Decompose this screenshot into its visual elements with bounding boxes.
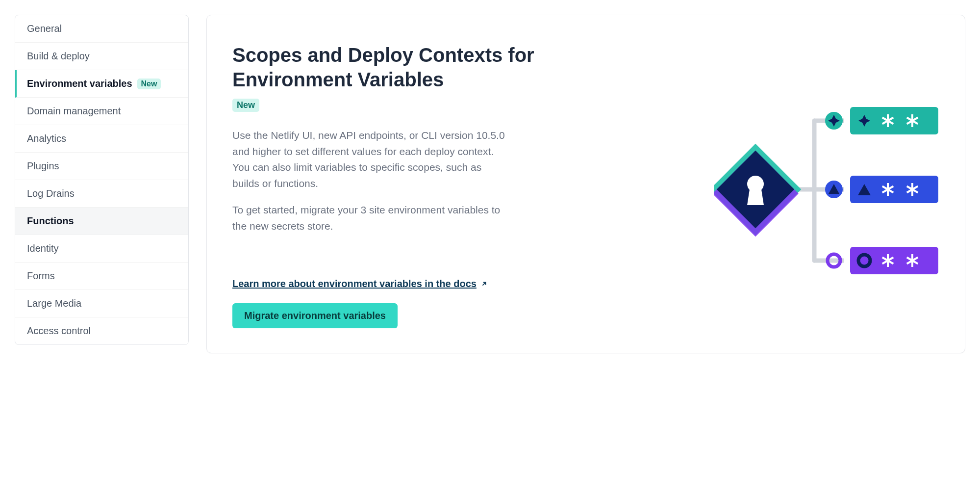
external-link-icon [480,280,488,288]
sidebar-item-general[interactable]: General [15,15,188,43]
title-row: Scopes and Deploy Contexts for Environme… [232,43,546,116]
description-paragraph-2: To get started, migrate your 3 site envi… [232,202,507,234]
description-paragraph-1: Use the Netlify UI, new API endpoints, o… [232,128,507,191]
learn-more-label: Learn more about environment variables i… [232,278,477,290]
sidebar-item-label: Large Media [27,298,81,309]
sidebar-item-label: Domain management [27,105,121,117]
sidebar-item-label: Access control [27,325,91,337]
learn-more-link[interactable]: Learn more about environment variables i… [232,278,488,290]
sidebar-item-label: Plugins [27,160,59,172]
sidebar-item-label: Log Drains [27,188,75,199]
sidebar-item-label: Environment variables [27,78,132,89]
sidebar-item-label: General [27,23,62,34]
sidebar-item-domain-management[interactable]: Domain management [15,98,188,125]
sidebar-item-log-drains[interactable]: Log Drains [15,180,188,208]
sidebar-item-large-media[interactable]: Large Media [15,290,188,317]
svg-rect-25 [850,247,938,274]
sidebar-item-access-control[interactable]: Access control [15,317,188,344]
new-badge: New [232,99,259,112]
sidebar-item-analytics[interactable]: Analytics [15,125,188,153]
sidebar-item-plugins[interactable]: Plugins [15,153,188,180]
sidebar-item-label: Build & deploy [27,51,90,62]
sidebar-item-label: Functions [27,215,74,227]
environment-variables-panel: Scopes and Deploy Contexts for Environme… [206,15,965,353]
new-badge: New [137,79,161,89]
page-title: Scopes and Deploy Contexts for Environme… [232,43,536,92]
sidebar-item-functions[interactable]: Functions [15,208,188,235]
sidebar-item-forms[interactable]: Forms [15,263,188,290]
sidebar-item-label: Identity [27,243,58,254]
settings-sidebar: General Build & deploy Environment varia… [15,15,189,345]
sidebar-item-identity[interactable]: Identity [15,235,188,263]
sidebar-item-build-deploy[interactable]: Build & deploy [15,43,188,70]
sidebar-item-environment-variables[interactable]: Environment variables New [15,70,188,98]
sidebar-item-label: Analytics [27,133,66,144]
sidebar-item-label: Forms [27,270,55,282]
env-vars-illustration [714,94,939,285]
migrate-button[interactable]: Migrate environment variables [232,303,398,328]
